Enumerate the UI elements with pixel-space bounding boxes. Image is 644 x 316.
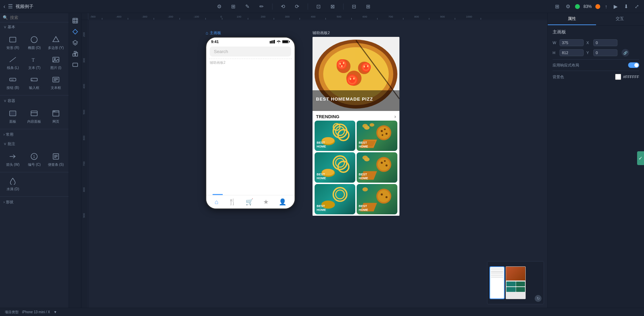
svg-text:200: 200: [82, 32, 86, 37]
tool-ellipse[interactable]: 椭圆 (O): [24, 34, 44, 52]
tool-input[interactable]: 输入框: [24, 74, 44, 92]
fullscreen-icon[interactable]: ⤢: [633, 2, 641, 11]
svg-text:800: 800: [82, 187, 86, 192]
export-icon[interactable]: ⬇: [623, 2, 630, 11]
responsive-toggle[interactable]: [628, 62, 639, 68]
svg-point-129: [364, 126, 370, 130]
phone-search-bar[interactable]: Search: [210, 47, 291, 57]
tool-pen-icon[interactable]: ✎: [244, 2, 251, 11]
top-bar-left: ‹ ☰ 视频例子: [3, 3, 33, 10]
tools-container-grid: 面板 内容面板 网页: [0, 105, 69, 128]
strip-assets-icon[interactable]: [70, 49, 80, 59]
tab-properties[interactable]: 属性: [548, 13, 596, 25]
tool-frame-icon[interactable]: ⊞: [230, 2, 237, 11]
zoom-level[interactable]: 83%: [583, 4, 592, 9]
tool-number[interactable]: 1 编号 (C): [24, 151, 44, 169]
tool-webpage[interactable]: 网页: [46, 108, 66, 126]
tool-text[interactable]: T 文本 (T): [24, 54, 44, 72]
food-card-2[interactable]: BESTHOME: [357, 121, 397, 151]
section-annotation-header[interactable]: ∨ 批注: [0, 139, 69, 149]
content-panel-icon: [30, 110, 38, 118]
minimap-refresh-button[interactable]: ↻: [535, 295, 542, 302]
search-bar[interactable]: 🔍: [0, 13, 69, 22]
floating-check-button[interactable]: ✓: [637, 151, 644, 165]
prop-w-input[interactable]: [559, 39, 584, 46]
prop-h-input[interactable]: [559, 49, 584, 56]
tool-line[interactable]: 线条 (L): [3, 54, 23, 72]
align-right-icon[interactable]: ⊠: [329, 2, 336, 11]
tool-textbox[interactable]: 文本框: [46, 74, 66, 92]
strip-components-icon[interactable]: [70, 27, 80, 37]
preview-desktop-icon[interactable]: ⊞: [554, 2, 561, 11]
nav-fork-icon[interactable]: 🍴: [228, 198, 236, 206]
phone-frame[interactable]: 9:41 Search 辅助画板2: [206, 37, 295, 209]
tool-button[interactable]: OK 按钮 (B): [3, 74, 23, 92]
strip-image-icon[interactable]: [70, 60, 80, 70]
tool-drop[interactable]: 水滴 (D): [3, 175, 23, 194]
svg-text:900: 900: [440, 15, 445, 18]
undo-button[interactable]: ⟲: [279, 2, 287, 11]
svg-text:OK: OK: [11, 79, 14, 81]
share-icon[interactable]: ↑: [604, 2, 609, 11]
nav-home-icon[interactable]: ⌂: [215, 198, 218, 206]
tab-interaction[interactable]: 交互: [596, 13, 644, 25]
svg-text:600: 600: [363, 15, 367, 18]
canvas-area[interactable]: -500 -400 -300 -200 -100 0 100 200 300 4…: [81, 13, 547, 316]
svg-point-139: [384, 160, 386, 162]
distribute-v-icon[interactable]: ⊞: [365, 2, 372, 11]
nav-user-icon[interactable]: 👤: [279, 198, 286, 206]
preview-icon[interactable]: ▶: [612, 2, 619, 11]
section-common-label: › 常用: [3, 132, 13, 137]
svg-point-144: [336, 190, 345, 199]
trending-arrow-icon[interactable]: ›: [394, 114, 396, 119]
lock-ratio-button[interactable]: 🔗: [622, 49, 629, 57]
bg-color-swatch[interactable]: [615, 74, 621, 80]
section-shapes-header[interactable]: › 形状: [0, 197, 69, 207]
tool-note[interactable]: 便签条 (S): [46, 151, 66, 169]
device-dropdown-icon[interactable]: ▼: [53, 310, 57, 314]
food-card-1[interactable]: BESTHOME: [315, 121, 355, 151]
redo-button[interactable]: ⟳: [294, 2, 301, 11]
food-card-3[interactable]: BESTHOME: [315, 152, 355, 183]
menu-button[interactable]: ☰: [8, 3, 13, 10]
tool-arrow[interactable]: 箭头 (W): [3, 151, 23, 169]
align-left-icon[interactable]: ⊡: [315, 2, 322, 11]
food-card-4[interactable]: BESTHOME: [357, 152, 397, 183]
tools-annotation-grid: 箭头 (W) 1 编号 (C) 便签条 (S): [0, 149, 69, 171]
svg-point-149: [386, 196, 388, 198]
search-icon: 🔍: [3, 15, 8, 20]
prop-y-input[interactable]: [593, 49, 617, 56]
canvas-viewport[interactable]: ⌂ 主画板 9:41 Search: [88, 20, 547, 308]
strip-layers-icon[interactable]: [70, 38, 80, 48]
check-icon: ✓: [638, 155, 643, 161]
section-basic-header[interactable]: ∨ 基本: [0, 22, 69, 32]
back-button[interactable]: ‹: [3, 3, 5, 10]
settings-icon[interactable]: ⚙: [564, 2, 572, 11]
tool-panel[interactable]: 面板: [3, 108, 23, 126]
prop-w-field: W: [553, 39, 584, 46]
tool-link-icon[interactable]: ⚙: [216, 2, 223, 11]
prop-divider-2: [553, 71, 639, 71]
food-card-6[interactable]: BESTHOME: [357, 184, 397, 214]
section-container-header[interactable]: ∨ 容器: [0, 96, 69, 105]
food-card-5[interactable]: BESTHOME: [315, 184, 355, 214]
prop-row-wx: W X: [553, 39, 639, 46]
nav-cart-icon[interactable]: 🛒: [246, 198, 253, 206]
section-common-header[interactable]: › 常用: [0, 130, 69, 139]
text-icon: T: [30, 56, 38, 64]
phone-bottom-nav[interactable]: ⌂ 🍴 🛒 ★ 👤: [206, 195, 295, 208]
nav-star-icon[interactable]: ★: [263, 198, 269, 206]
prop-x-input[interactable]: [593, 39, 617, 46]
distribute-h-icon[interactable]: ⊟: [350, 2, 358, 11]
svg-text:1000: 1000: [466, 15, 472, 18]
tool-polygon[interactable]: 多边形 (Y): [46, 34, 66, 52]
tool-pencil-icon[interactable]: ✏: [258, 2, 265, 11]
svg-text:-200: -200: [168, 15, 174, 18]
strip-frames-icon[interactable]: [70, 16, 80, 26]
tool-text-label: 文本 (T): [28, 65, 41, 70]
tool-content-panel[interactable]: 内容面板: [24, 108, 44, 126]
tool-rect[interactable]: 矩形 (R): [3, 34, 23, 52]
tool-image[interactable]: 图片 (I): [46, 54, 66, 72]
search-input[interactable]: [10, 15, 66, 20]
secondary-frame[interactable]: BEST HOMEMADE PIZZ TRENDING ›: [313, 37, 399, 216]
